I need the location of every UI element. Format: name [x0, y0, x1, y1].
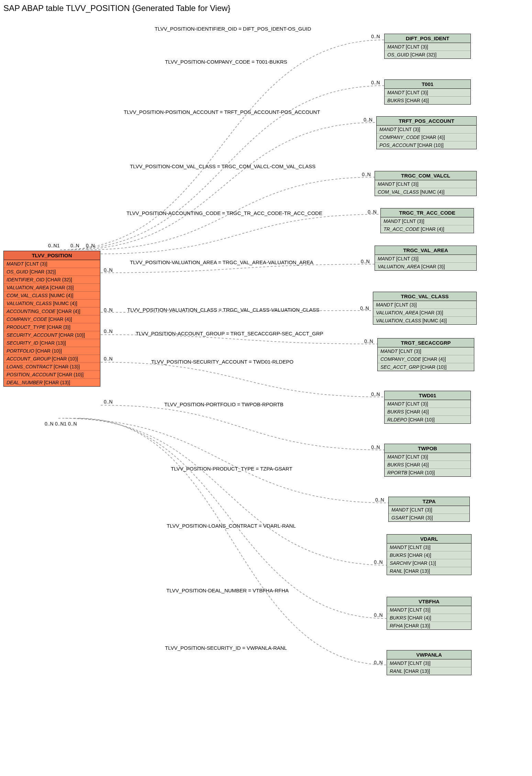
cardinality-from: 0..N: [104, 267, 113, 273]
entity-field: MANDT [CLNT (3)]: [385, 453, 470, 461]
relationship-label: TLVV_POSITION-IDENTIFIER_OID = DIFT_POS_…: [155, 26, 311, 32]
entity-field: BUKRS [CHAR (4)]: [385, 97, 470, 104]
relationship-connector: [58, 418, 388, 503]
relationship-connector: [65, 418, 387, 565]
entity-field: TR_ACC_CODE [CHAR (4)]: [381, 225, 474, 233]
entity-header: DIFT_POS_IDENT: [385, 34, 470, 43]
cardinality-from: 0..N: [104, 307, 113, 313]
er-diagram-canvas: TLVV_POSITIONMANDT [CLNT (3)]OS_GUID [CH…: [0, 13, 532, 776]
entity-field: SECURITY_ACCOUNT [CHAR (10)]: [4, 331, 100, 339]
entity-TWD01: TWD01MANDT [CLNT (3)]BUKRS [CHAR (4)]RLD…: [384, 391, 471, 424]
cardinality-from: 0..N: [104, 356, 113, 362]
relationship-connector: [60, 40, 384, 250]
relationship-label: TLVV_POSITION-ACCOUNTING_CODE = TRGC_TR_…: [126, 210, 322, 216]
relationship-label: TLVV_POSITION-SECURITY_ID = VWPANLA-RANL: [165, 645, 287, 651]
entity-field: RPORTB [CHAR (10)]: [385, 469, 470, 476]
relationship-connector: [79, 418, 387, 665]
entity-header: TRGT_SECACCGRP: [378, 338, 474, 347]
cardinality-to: 0..N: [364, 117, 373, 122]
entity-field: BUKRS [CHAR (4)]: [387, 551, 471, 559]
entity-field: MANDT [CLNT (3)]: [378, 347, 474, 355]
entity-field: SEC_ACCT_GRP [CHAR (10)]: [378, 363, 474, 371]
entity-field: MANDT [CLNT (3)]: [385, 43, 470, 51]
cardinality-to: 0..N: [362, 172, 371, 177]
entity-TRGT_SECACCGRP: TRGT_SECACCGRPMANDT [CLNT (3)]COMPANY_CO…: [377, 338, 474, 371]
entity-field: LOANS_CONTRACT [CHAR (13)]: [4, 363, 100, 371]
entity-field: DEAL_NUMBER [CHAR (13)]: [4, 379, 100, 386]
entity-DIFT_POS_IDENT: DIFT_POS_IDENTMANDT [CLNT (3)]OS_GUID [C…: [384, 34, 471, 59]
entity-field: RANL [CHAR (13)]: [387, 567, 471, 575]
entity-field: OS_GUID [CHAR (32)]: [385, 51, 470, 58]
entity-header: TRFT_POS_ACCOUNT: [377, 117, 476, 126]
entity-VDARL: VDARLMANDT [CLNT (3)]BUKRS [CHAR (4)]SAR…: [387, 534, 472, 575]
entity-field: MANDT [CLNT (3)]: [387, 606, 471, 614]
entity-field: POS_ACCOUNT [CHAR (10)]: [377, 141, 476, 149]
entity-TRGC_VAL_AREA: TRGC_VAL_AREAMANDT [CLNT (3)]VALUATION_A…: [375, 246, 477, 271]
entity-header: VWPANLA: [387, 650, 471, 659]
entity-T001: T001MANDT [CLNT (3)]BUKRS [CHAR (4)]: [384, 79, 471, 105]
cardinality-to: 0..N: [364, 338, 373, 344]
relationship-connector: [101, 264, 375, 273]
entity-field: MANDT [CLNT (3)]: [385, 89, 470, 97]
cardinality-from: 0..N: [70, 243, 79, 248]
cardinality-from: 0..N: [68, 421, 77, 427]
relationship-label: TLVV_POSITION-SECURITY_ACCOUNT = TWD01-R…: [151, 359, 293, 365]
entity-field: OS_GUID [CHAR (32)]: [4, 268, 100, 276]
entity-field: VALUATION_AREA [CHAR (3)]: [373, 309, 476, 317]
entity-field: RANL [CHAR (13)]: [387, 667, 471, 675]
entity-field: MANDT [CLNT (3)]: [389, 506, 469, 514]
relationship-label: TLVV_POSITION-PORTFOLIO = TWPOB-RPORTB: [164, 401, 284, 407]
entity-header: TRGC_VAL_AREA: [375, 246, 476, 255]
cardinality-to: 0..N: [371, 444, 380, 450]
relationship-label: TLVV_POSITION-PRODUCT_TYPE = TZPA-GSART: [171, 466, 292, 472]
cardinality-from: 0..N: [45, 421, 54, 427]
entity-VWPANLA: VWPANLAMANDT [CLNT (3)]RANL [CHAR (13)]: [387, 650, 472, 675]
entity-field: COM_VAL_CLASS [NUMC (4)]: [375, 188, 476, 196]
entity-field: PORTFOLIO [CHAR (10)]: [4, 347, 100, 355]
relationship-connector: [101, 405, 384, 450]
entity-field: MANDT [CLNT (3)]: [385, 400, 470, 408]
entity-field: COM_VAL_CLASS [NUMC (4)]: [4, 292, 100, 300]
entity-field: MANDT [CLNT (3)]: [377, 126, 476, 133]
entity-TWPOB: TWPOBMANDT [CLNT (3)]BUKRS [CHAR (4)]RPO…: [384, 444, 471, 477]
entity-header: VDARL: [387, 535, 471, 543]
entity-field: MANDT [CLNT (3)]: [387, 543, 471, 551]
relationship-label: TLVV_POSITION-VALUATION_AREA = TRGC_VAL_…: [130, 259, 313, 265]
cardinality-to: 0..N: [371, 80, 380, 85]
entity-field: COMPANY_CODE [CHAR (4)]: [377, 133, 476, 141]
relationship-label: TLVV_POSITION-COMPANY_CODE = T001-BUKRS: [165, 59, 287, 65]
entity-field: MANDT [CLNT (3)]: [375, 180, 476, 188]
entity-field: MANDT [CLNT (3)]: [381, 217, 474, 225]
relationship-label: TLVV_POSITION-VALUATION_CLASS = TRGC_VAL…: [127, 307, 320, 313]
entity-field: SARCHIV [CHAR (1)]: [387, 559, 471, 567]
relationship-label: TLVV_POSITION-ACCOUNT_GROUP = TRGT_SECAC…: [136, 331, 323, 336]
relationship-label: TLVV_POSITION-COM_VAL_CLASS = TRGC_COM_V…: [130, 163, 315, 169]
entity-field: VALUATION_CLASS [NUMC (4)]: [4, 300, 100, 308]
cardinality-to: 0..N: [368, 209, 377, 215]
cardinality-from: 0..N: [104, 399, 113, 405]
cardinality-to: 0..N: [374, 559, 383, 565]
entity-field: ACCOUNT_GROUP [CHAR (10)]: [4, 355, 100, 363]
cardinality-from: 0..N: [86, 243, 95, 248]
entity-VTBFHA: VTBFHAMANDT [CLNT (3)]BUKRS [CHAR (4)]RF…: [387, 597, 472, 630]
entity-field: RLDEPO [CHAR (10)]: [385, 416, 470, 423]
cardinality-to: 0..N: [371, 34, 380, 39]
entity-TLVV_POSITION: TLVV_POSITIONMANDT [CLNT (3)]OS_GUID [CH…: [3, 251, 100, 387]
cardinality-from: 0..N1: [55, 421, 66, 427]
entity-field: SECURITY_ID [CHAR (13)]: [4, 339, 100, 347]
entity-TRGC_VAL_CLASS: TRGC_VAL_CLASSMANDT [CLNT (3)]VALUATION_…: [373, 292, 477, 325]
entity-header: TWD01: [385, 391, 470, 400]
entity-field: BUKRS [CHAR (4)]: [385, 408, 470, 416]
cardinality-from: 0..N: [104, 328, 113, 334]
entity-field: COMPANY_CODE [CHAR (4)]: [378, 355, 474, 363]
entity-header: TWPOB: [385, 444, 470, 453]
entity-field: COMPANY_CODE [CHAR (4)]: [4, 315, 100, 323]
entity-field: GSART [CHAR (3)]: [389, 514, 469, 521]
entity-header: TRGC_VAL_CLASS: [373, 292, 476, 301]
entity-field: MANDT [CLNT (3)]: [373, 301, 476, 309]
relationship-label: TLVV_POSITION-DEAL_NUMBER = VTBFHA-RFHA: [166, 588, 289, 593]
entity-field: RFHA [CHAR (13)]: [387, 622, 471, 629]
entity-field: POSITION_ACCOUNT [CHAR (10)]: [4, 371, 100, 379]
entity-field: IDENTIFIER_OID [CHAR (32)]: [4, 276, 100, 284]
relationship-label: TLVV_POSITION-POSITION_ACCOUNT = TRFT_PO…: [124, 109, 320, 115]
